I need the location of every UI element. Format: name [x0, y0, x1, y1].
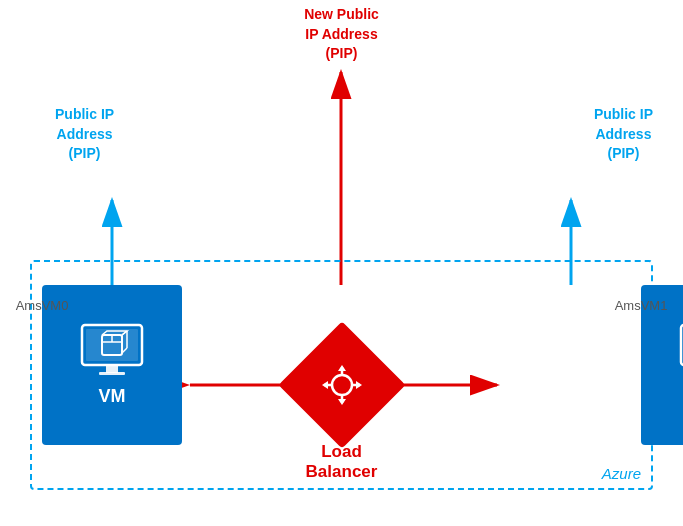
diagram-container: New Public IP Address (PIP) Public IP Ad…	[0, 0, 683, 526]
load-balancer: Load Balancer	[297, 340, 387, 430]
svg-rect-7	[99, 372, 125, 375]
vm-right-icon	[676, 323, 683, 378]
svg-rect-6	[106, 365, 118, 373]
pip-left-label: Public IP Address (PIP)	[55, 105, 114, 164]
pip-right-label: Public IP Address (PIP)	[594, 105, 653, 164]
vm-left-label: VM	[99, 386, 126, 407]
azure-label: Azure	[602, 465, 641, 482]
svg-point-26	[332, 375, 352, 395]
lb-icon	[320, 363, 364, 407]
svg-marker-32	[322, 381, 328, 389]
vm-left-icon	[77, 323, 147, 378]
svg-marker-34	[356, 381, 362, 389]
svg-rect-5	[86, 329, 138, 361]
vm-right-sublabel: AmsVM1	[615, 298, 668, 313]
pip-top-label: New Public IP Address (PIP)	[304, 5, 379, 64]
svg-marker-28	[338, 365, 346, 371]
svg-marker-30	[338, 399, 346, 405]
lb-label: Load Balancer	[306, 442, 378, 482]
vm-left-sublabel: AmsVM0	[16, 298, 69, 313]
